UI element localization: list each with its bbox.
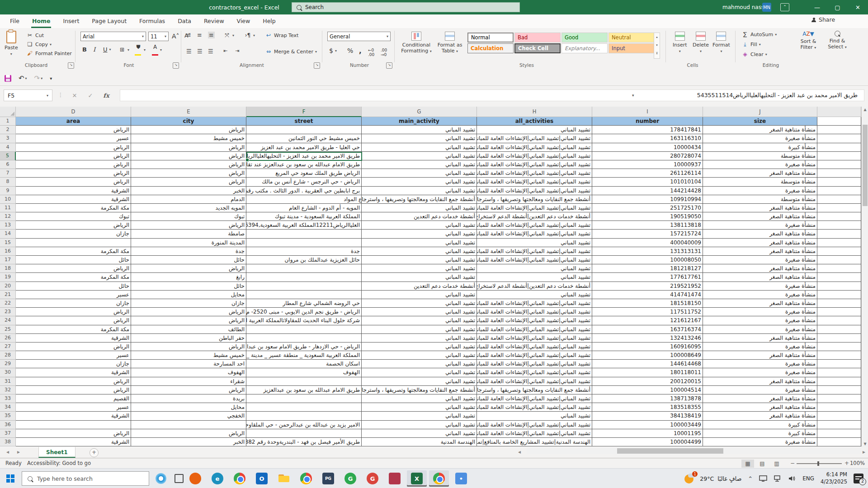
column-header-F[interactable]: F [246,107,362,117]
cell[interactable] [16,421,131,429]
share-button[interactable]: Share [811,16,835,23]
increase-decimal-button[interactable]: ←0.00 [368,48,374,57]
header-cell-street[interactable]: street [246,117,362,126]
bold-button[interactable]: B [82,46,87,53]
start-button[interactable] [6,474,14,483]
selected-cell-outline[interactable] [246,152,362,161]
enter-entry-button[interactable]: ✓ [84,89,97,101]
cell[interactable]: جازان [16,299,131,308]
underline-button[interactable]: U▾ [103,46,111,53]
cell[interactable]: 178417841 [592,126,703,134]
header-cell-city[interactable]: city [131,117,246,126]
format-painter-button[interactable]: 🖌Format Painter [26,50,72,57]
decrease-decimal-button[interactable]: .00→0 [381,48,387,57]
cell-style-calculation[interactable]: Calculation [467,43,514,53]
cell[interactable]: عسير [16,403,131,412]
cell[interactable]: أنشطة جمع النفايات ومعالجتها وتصريفها ، … [477,195,592,204]
taskbar-app-pgadmin[interactable]: PG [318,470,338,487]
cell[interactable]: تشييد المباني|تشييد المباني|الإنشاءات ال… [477,169,592,178]
cell[interactable]: 251725170 [592,204,703,212]
row-header-24[interactable]: 24 [0,316,16,325]
cell[interactable] [817,299,861,308]
cell[interactable]: شقراء [131,377,246,386]
cell[interactable]: الرياض [131,126,246,134]
cell[interactable] [817,360,861,368]
cell[interactable] [817,126,861,134]
cell[interactable]: 10000434 [592,143,703,152]
cell[interactable]: تشييد المباني|تشييد المباني|الإنشاءات ال… [477,325,592,334]
cell[interactable]: تشييد المباني [362,351,477,360]
cell[interactable]: 163116310 [592,134,703,143]
row-header-25[interactable]: 25 [0,325,16,334]
cell[interactable] [817,204,861,212]
scroll-up-icon[interactable]: ▲ [862,108,868,112]
cell[interactable]: المويه الجديد [131,204,246,212]
sheet-tab-sheet1[interactable]: Sheet1 [38,447,75,458]
cell[interactable] [817,282,861,291]
row-header-33[interactable]: 33 [0,394,16,403]
cell[interactable] [246,239,362,247]
cell[interactable]: تشييد المباني [362,152,477,160]
cell[interactable]: حفر الباطن [131,334,246,343]
row-header-16[interactable]: 16 [0,247,16,256]
page-break-view-button[interactable]: ▥ [770,460,783,468]
cell[interactable]: 163716374 [592,325,703,334]
sheet-nav-prev-icon[interactable]: ◂ [6,449,9,455]
row-header-1[interactable]: 1 [0,117,16,126]
row-header-36[interactable]: 36 [0,421,16,429]
cell[interactable]: منشأة صغيرة [703,134,817,143]
cell[interactable] [817,264,861,273]
cell[interactable]: تشييد المباني|تشييد المباني|الإنشاءات ال… [477,256,592,264]
row-header-35[interactable]: 35 [0,412,16,420]
cell[interactable] [817,152,861,160]
cell[interactable] [817,273,861,282]
cell[interactable]: الرياض [131,343,246,351]
formula-expand-icon[interactable]: ▾ [632,93,634,98]
cell[interactable]: منشأة صغيرة [703,325,817,334]
cell[interactable]: الرياض [16,308,131,316]
cell[interactable] [817,195,861,204]
cell[interactable]: 160916095 [592,343,703,351]
cell[interactable] [817,343,861,351]
cast-icon[interactable] [759,475,767,482]
cell[interactable]: الرياض [16,316,131,325]
cell[interactable] [246,282,362,291]
orientation-button[interactable]: ⤧▾ [223,32,234,39]
cell[interactable]: 121612167 [592,316,703,325]
cell[interactable]: تشييد المباني [362,394,477,403]
formula-bar-splitter[interactable]: ⋮ [58,92,63,98]
zoom-slider-thumb[interactable] [817,461,819,466]
cell[interactable]: حائل العزيزية عبدالملك بن مروان [246,256,362,264]
redo-button[interactable]: ↷▾ [34,74,43,82]
cell[interactable] [16,239,131,247]
cell[interactable]: 177617761 [592,273,703,282]
paste-button[interactable]: Paste▾ [5,31,18,56]
cell[interactable]: 101010104 [592,178,703,186]
cell[interactable]: الرياض [16,160,131,169]
taskbar-app-excel[interactable]: X [407,470,427,487]
tab-view[interactable]: View [231,14,257,28]
cell[interactable]: منشأة صغيرة [703,368,817,377]
clock[interactable]: 6:14 PM 4/23/2025 [821,471,847,485]
cell[interactable]: حائل [16,256,131,264]
cell[interactable]: منشأة صغيرة [703,187,817,195]
row-header-18[interactable]: 18 [0,264,16,273]
cell[interactable]: الشرقية [16,195,131,204]
format-as-table-button[interactable]: Format as Table ▾ [435,32,465,54]
cell[interactable]: منشأة صغيرة [703,316,817,325]
align-right-button[interactable]: ☰ [208,48,213,55]
cell-style-neutral[interactable]: Neutral [609,33,655,42]
ribbon-display-options-icon[interactable]: ⌃ [780,3,789,11]
cell[interactable]: 100003449 [592,421,703,429]
cell[interactable]: 138713878 [592,394,703,403]
font-dialog-launcher[interactable]: ↘ [173,62,179,69]
cell[interactable]: الرياض [16,221,131,230]
fill-color-button[interactable]: ⛊▾ [135,44,146,56]
cell[interactable]: منشأة كبيرة [703,143,817,152]
clear-button[interactable]: ◈Clear▾ [741,51,767,58]
cell[interactable]: منشأة صغيرة [703,386,817,394]
cell[interactable]: تشييد المباني|تشييد المباني|الإنشاءات ال… [477,403,592,412]
cell[interactable] [817,221,861,230]
cell[interactable]: منشأة صغيرة [703,343,817,351]
accessibility-status[interactable]: Accessibility: Good to go [27,460,91,466]
